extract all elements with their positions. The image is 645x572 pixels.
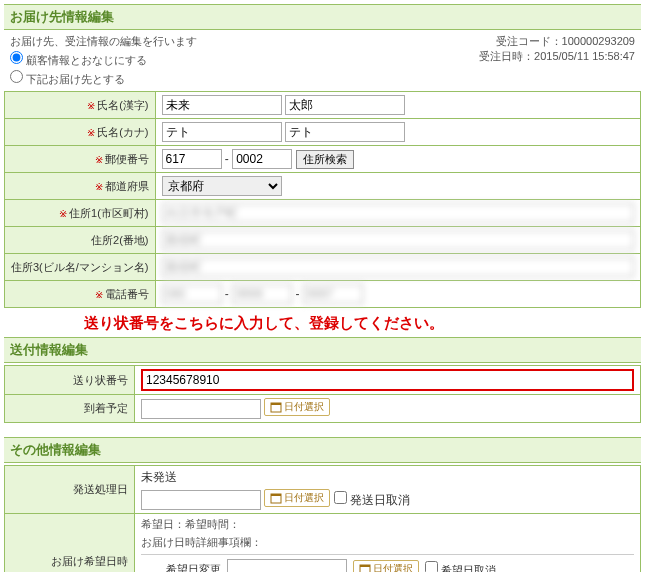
calendar-icon [270, 401, 282, 413]
pref-select[interactable]: 京都府 [162, 176, 282, 196]
ship-cancel-checkbox[interactable]: 発送日取消 [334, 493, 410, 507]
tel2-input[interactable] [232, 284, 292, 304]
svg-rect-5 [360, 565, 370, 567]
zip-search-button[interactable]: 住所検索 [296, 150, 354, 169]
tel3-input[interactable] [303, 284, 363, 304]
opt-below-address[interactable]: 下記お届け先とする [10, 70, 197, 87]
addr1-input[interactable] [162, 203, 635, 223]
delivery-form: ※氏名(漢字) ※氏名(カナ) ※郵便番号 - 住所検索 ※都道府県 京都府 ※… [4, 91, 641, 308]
arrival-date-button[interactable]: 日付選択 [264, 398, 330, 416]
svg-rect-1 [271, 403, 281, 405]
arrival-input[interactable] [141, 399, 261, 419]
svg-rect-3 [271, 494, 281, 496]
invoice-callout: 送り状番号をこちらに入力して、登録してください。 [4, 308, 641, 337]
opt-same-customer[interactable]: 顧客情報とおなじにする [10, 51, 197, 68]
shipping-section-title: 送付情報編集 [4, 337, 641, 363]
delivery-section-title: お届け先情報編集 [4, 4, 641, 30]
name-first-input[interactable] [285, 95, 405, 115]
deliv-note2: お届け日時詳細事項欄： [141, 535, 634, 550]
deliv-date-button[interactable]: 日付選択 [353, 560, 419, 572]
name-last-input[interactable] [162, 95, 282, 115]
ship-status: 未発送 [141, 469, 634, 486]
addr3-input[interactable] [162, 257, 635, 277]
other-section-title: その他情報編集 [4, 437, 641, 463]
ship-date-input[interactable] [141, 490, 261, 510]
ship-date-button[interactable]: 日付選択 [264, 489, 330, 507]
delivery-intro: お届け先、受注情報の編集を行います [10, 34, 197, 49]
tel1-input[interactable] [162, 284, 222, 304]
zip2-input[interactable] [232, 149, 292, 169]
invoice-input[interactable] [143, 371, 632, 389]
shipping-form: 送り状番号 到着予定 日付選択 [4, 365, 641, 423]
deliv-date-input[interactable] [227, 559, 347, 572]
calendar-icon [359, 563, 371, 572]
order-meta: 受注コード：100000293209 受注日時：2015/05/11 15:58… [479, 34, 635, 87]
addr2-input[interactable] [162, 230, 635, 250]
kana-first-input[interactable] [285, 122, 405, 142]
zip1-input[interactable] [162, 149, 222, 169]
calendar-icon [270, 492, 282, 504]
deliv-date-cancel-checkbox[interactable]: 希望日取消 [425, 561, 496, 573]
other-form: 発送処理日 未発送 日付選択 発送日取消 お届け希望日時 希望日：希望時間： お… [4, 465, 641, 572]
deliv-note1: 希望日：希望時間： [141, 517, 634, 532]
kana-last-input[interactable] [162, 122, 282, 142]
